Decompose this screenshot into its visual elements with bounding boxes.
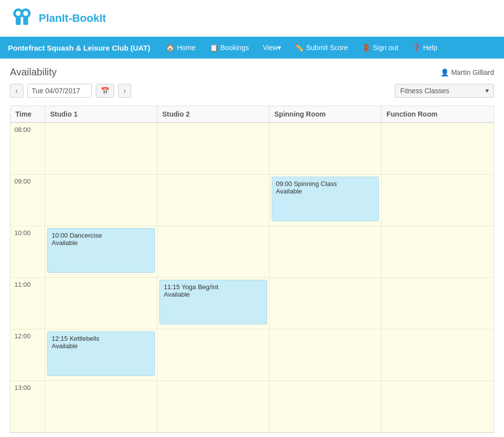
studio1-0800: [45, 123, 157, 174]
bookings-icon: 📋: [210, 44, 218, 52]
class-studio1-1000[interactable]: 10:00 Dancercise Available: [47, 228, 155, 273]
table-row: 11:00 11:15 Yoga Beg/Int Available: [10, 278, 494, 329]
help-icon: ❓: [412, 44, 421, 52]
logo-text: PlanIt-BookIt: [39, 12, 106, 25]
time-1100: 11:00: [10, 278, 45, 329]
page-content: Availability 👤 Martin Gilliard ‹ 📅 › Fit…: [0, 59, 504, 437]
spinning-1200: [270, 329, 382, 380]
page-title: Availability: [10, 66, 57, 78]
function-1100: [381, 278, 494, 329]
edit-icon: ✏️: [295, 44, 303, 52]
table-row: 10:00 10:00 Dancercise Available: [10, 226, 494, 278]
logo-icon: [10, 6, 35, 31]
col-studio2: Studio 2: [157, 106, 270, 122]
col-time: Time: [10, 106, 45, 122]
class-spinning-0900-status: Available: [276, 187, 375, 195]
table-row: 13:00: [10, 381, 494, 433]
studio2-0800: [157, 123, 270, 174]
time-1000: 10:00: [10, 226, 45, 277]
schedule-header: Time Studio 1 Studio 2 Spinning Room Fun…: [10, 106, 494, 123]
function-1000: [381, 226, 494, 277]
user-info: 👤 Martin Gilliard: [440, 68, 494, 76]
controls-row: ‹ 📅 › Fitness Classes Squash Courts Badm…: [10, 84, 494, 98]
nav-view[interactable]: View▾: [257, 41, 287, 55]
class-studio1-1200-label: 12:15 Kettlebells: [52, 335, 150, 342]
col-function: Function Room: [381, 106, 494, 122]
svg-rect-4: [16, 17, 21, 25]
svg-point-3: [23, 11, 28, 16]
date-input[interactable]: [27, 84, 92, 98]
function-0900: [381, 175, 494, 226]
spinning-1300: [270, 381, 382, 432]
nav-home-label: Home: [177, 44, 195, 52]
nav-home[interactable]: 🏠 Home: [160, 41, 201, 55]
nav-bookings-label: Bookings: [220, 44, 249, 52]
class-studio1-1000-status: Available: [52, 239, 150, 247]
class-spinning-0900[interactable]: 09:00 Spinning Class Available: [272, 177, 379, 221]
time-0800: 08:00: [10, 123, 45, 174]
home-icon: 🏠: [166, 44, 174, 52]
class-studio1-1200-status: Available: [52, 342, 150, 350]
spinning-1100: [270, 278, 382, 329]
user-icon: 👤: [440, 68, 449, 76]
user-name: Martin Gilliard: [451, 68, 494, 76]
studio1-1200[interactable]: 12:15 Kettlebells Available: [45, 329, 157, 380]
category-select[interactable]: Fitness Classes Squash Courts Badminton …: [395, 84, 494, 98]
calendar-button[interactable]: 📅: [96, 84, 114, 98]
class-spinning-0900-label: 09:00 Spinning Class: [276, 180, 375, 187]
time-0900: 09:00: [10, 175, 45, 226]
table-row: 08:00: [10, 123, 494, 175]
studio2-1200: [157, 329, 270, 380]
nav-bookings[interactable]: 📋 Bookings: [204, 41, 255, 55]
class-studio1-1200[interactable]: 12:15 Kettlebells Available: [47, 331, 155, 376]
studio1-1100: [45, 278, 157, 329]
table-row: 12:00 12:15 Kettlebells Available: [10, 329, 494, 381]
navbar: Pontefract Squash & Leisure Club (UAT) 🏠…: [0, 37, 504, 59]
time-1200: 12:00: [10, 329, 45, 380]
studio2-1000: [157, 226, 270, 277]
studio1-1300: [45, 381, 157, 432]
class-studio2-1100-status: Available: [164, 291, 263, 298]
category-select-wrapper: Fitness Classes Squash Courts Badminton …: [395, 84, 494, 98]
studio1-1000[interactable]: 10:00 Dancercise Available: [45, 226, 157, 277]
class-studio1-1000-label: 10:00 Dancercise: [52, 232, 150, 239]
studio2-0900: [157, 175, 270, 226]
class-studio2-1100[interactable]: 11:15 Yoga Beg/Int Available: [159, 280, 267, 324]
class-studio2-1100-label: 11:15 Yoga Beg/Int: [164, 283, 263, 291]
time-1300: 13:00: [10, 381, 45, 432]
svg-point-2: [16, 11, 21, 16]
schedule-container: Time Studio 1 Studio 2 Spinning Room Fun…: [10, 106, 494, 433]
nav-help-label: Help: [423, 44, 437, 52]
schedule-body: 08:00 09:00 09:00 Spinning Class Availab…: [10, 123, 494, 433]
function-0800: [381, 123, 494, 174]
function-1300: [381, 381, 494, 432]
next-date-button[interactable]: ›: [118, 84, 132, 98]
col-spinning: Spinning Room: [270, 106, 382, 122]
function-1200: [381, 329, 494, 380]
spinning-1000: [270, 226, 382, 277]
col-studio1: Studio 1: [45, 106, 157, 122]
logo-area: PlanIt-BookIt: [0, 0, 504, 37]
page-header-row: Availability 👤 Martin Gilliard: [10, 66, 494, 78]
svg-rect-5: [23, 17, 28, 25]
nav-signout[interactable]: 🚪 Sign out: [356, 41, 404, 55]
navbar-items: 🏠 Home 📋 Bookings View▾ ✏️ Submit Score …: [160, 41, 443, 55]
spinning-0900[interactable]: 09:00 Spinning Class Available: [270, 175, 382, 226]
prev-date-button[interactable]: ‹: [10, 84, 23, 98]
signout-icon: 🚪: [362, 44, 370, 52]
nav-submitscore[interactable]: ✏️ Submit Score: [289, 41, 354, 55]
table-row: 09:00 09:00 Spinning Class Available: [10, 175, 494, 226]
studio2-1100[interactable]: 11:15 Yoga Beg/Int Available: [157, 278, 270, 329]
studio1-0900: [45, 175, 157, 226]
nav-submitscore-label: Submit Score: [306, 44, 348, 52]
studio2-1300: [157, 381, 270, 432]
nav-signout-label: Sign out: [373, 44, 398, 52]
nav-help[interactable]: ❓ Help: [406, 41, 443, 55]
spinning-0800: [270, 123, 382, 174]
navbar-brand: Pontefract Squash & Leisure Club (UAT): [8, 44, 150, 52]
nav-view-label: View▾: [263, 44, 281, 52]
